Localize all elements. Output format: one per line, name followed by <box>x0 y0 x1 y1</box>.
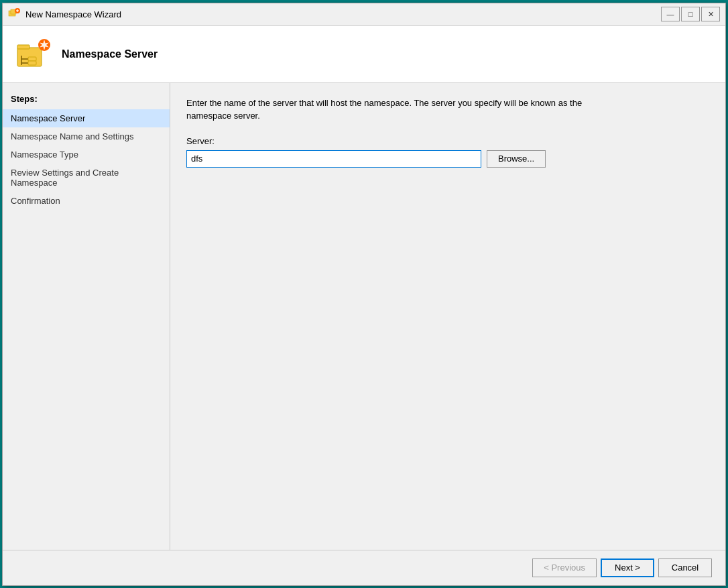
main-content: Enter the name of the server that will h… <box>170 83 725 550</box>
server-input[interactable] <box>186 150 481 168</box>
close-button[interactable]: ✕ <box>701 7 720 21</box>
browse-button[interactable]: Browse... <box>487 150 546 168</box>
next-button[interactable]: Next > <box>601 558 654 577</box>
sidebar-item-namespace-server[interactable]: Namespace Server <box>3 109 170 127</box>
server-label: Server: <box>186 136 709 146</box>
sidebar-item-namespace-name-settings[interactable]: Namespace Name and Settings <box>3 127 170 145</box>
header-icon <box>16 37 51 72</box>
sidebar: Steps: Namespace Server Namespace Name a… <box>3 83 170 550</box>
sidebar-item-review-settings[interactable]: Review Settings and Create Namespace <box>3 164 170 192</box>
wizard-window: New Namespace Wizard — □ ✕ <box>2 3 726 586</box>
title-bar: New Namespace Wizard — □ ✕ <box>3 3 725 26</box>
sidebar-item-confirmation[interactable]: Confirmation <box>3 192 170 210</box>
svg-rect-11 <box>28 61 36 65</box>
cancel-button[interactable]: Cancel <box>658 558 712 577</box>
restore-button[interactable]: □ <box>681 7 700 21</box>
sidebar-item-namespace-type[interactable]: Namespace Type <box>3 145 170 164</box>
header-title: Namespace Server <box>62 48 158 60</box>
content-area: Steps: Namespace Server Namespace Name a… <box>3 83 725 550</box>
svg-rect-10 <box>28 57 36 61</box>
steps-label: Steps: <box>3 91 170 109</box>
bottom-bar: < Previous Next > Cancel <box>3 550 725 585</box>
svg-rect-6 <box>17 45 29 49</box>
minimize-button[interactable]: — <box>661 7 680 21</box>
window-icon <box>8 8 20 20</box>
window-controls: — □ ✕ <box>661 7 720 21</box>
header-area: Namespace Server <box>3 26 725 83</box>
description-text: Enter the name of the server that will h… <box>186 97 589 123</box>
server-row: Browse... <box>186 150 709 168</box>
window-title: New Namespace Wizard <box>25 9 661 19</box>
previous-button[interactable]: < Previous <box>532 558 597 577</box>
